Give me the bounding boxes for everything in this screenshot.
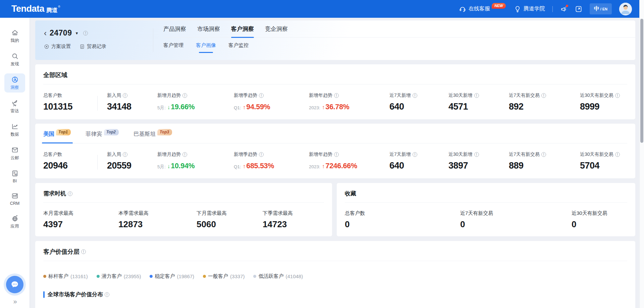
stat-value: 0 [572, 219, 627, 230]
info-icon[interactable] [615, 93, 620, 98]
country-stats: 总客户数 20946 新入局 20559 新增月趋势 5月:↓10.94% 新增… [43, 151, 627, 171]
trend-period: 2023: [309, 164, 320, 169]
all-regions-card: 全部区域 总客户数 101315 新入局 34148 新增月趋势 5月:↓19.… [35, 64, 635, 119]
sidebar-item-radar[interactable]: 雷达 [4, 97, 25, 116]
sidebar-item-bi[interactable]: BI BI [4, 167, 25, 185]
scrollbar-thumb[interactable] [640, 19, 643, 143]
info-icon[interactable] [615, 152, 620, 157]
back-chevron-icon[interactable]: ‹ [44, 30, 47, 37]
sidebar-item-data[interactable]: 数据 [4, 120, 25, 139]
info-icon[interactable] [105, 292, 109, 297]
stat-label: 近7天新增 [389, 93, 411, 99]
country-tab-philippines[interactable]: 菲律宾 Top2 [86, 130, 119, 138]
info-icon[interactable] [182, 93, 187, 98]
legend-item-low-activity[interactable]: 低活跃客户 (41048) [253, 273, 303, 280]
top2-badge: Top2 [104, 129, 119, 135]
stat-trades-7d: 近7天有新交易 892 [509, 93, 580, 112]
logo-cn: 腾道 [46, 6, 58, 14]
info-icon[interactable] [83, 31, 88, 36]
sidebar-item-crm[interactable]: CRM [4, 190, 25, 208]
subtab-customer-management[interactable]: 客户管理 [163, 42, 183, 49]
legend-item-potential[interactable]: 潜力客户 (23955) [97, 273, 141, 280]
plan-id-dropdown[interactable]: 24709 [50, 28, 72, 38]
sidebar-collapse-button[interactable]: » [13, 298, 16, 305]
info-icon[interactable] [123, 93, 127, 98]
country-tab-pakistan[interactable]: 巴基斯坦 Top3 [133, 130, 172, 138]
apps-globe-icon [11, 214, 19, 222]
stat-value: 640 [389, 102, 448, 112]
global-distribution-header: 全球市场客户价值分布 [43, 291, 627, 298]
stat-quarterly-trend: 新增季趋势 Q1:↑94.59% [234, 93, 309, 112]
user-avatar[interactable] [619, 3, 632, 15]
sidebar-item-insight[interactable]: 洞察 [4, 73, 25, 93]
info-icon[interactable] [182, 152, 187, 157]
country-tab-usa[interactable]: 美国 Top1 [43, 130, 71, 138]
sidebar-item-apps[interactable]: 应用 [4, 212, 25, 231]
info-icon[interactable] [259, 152, 264, 157]
info-icon[interactable] [413, 93, 417, 98]
announcement-icon[interactable] [560, 5, 568, 13]
stat-value: 889 [509, 161, 580, 171]
subtab-customer-monitor[interactable]: 客户监控 [228, 42, 249, 49]
info-icon[interactable] [474, 152, 479, 157]
logo[interactable]: Tendata 腾道 ® [11, 4, 60, 14]
tab-product-insight[interactable]: 产品洞察 [163, 25, 186, 33]
sidebar-item-label: CRM [10, 201, 19, 206]
stat-label: 近30天新增 [448, 93, 473, 99]
stat-label: 本季需求最高 [118, 210, 197, 217]
plan-settings-link[interactable]: 方案设置 [44, 43, 71, 50]
page-scrollbar-track[interactable] [639, 0, 644, 308]
legend-item-stable[interactable]: 稳定客户 (19867) [150, 273, 194, 280]
sidebar-item-mine[interactable]: 我的 [4, 26, 25, 46]
caret-down-icon[interactable]: ▼ [75, 31, 78, 35]
stat-label: 近30天有新交易 [580, 151, 613, 158]
language-toggle[interactable]: 中 / EN [590, 3, 612, 14]
chat-support-button[interactable] [6, 276, 23, 293]
overview-stats: 总客户数 101315 新入局 34148 新增月趋势 5月:↓19.66% 新… [43, 93, 627, 112]
info-icon[interactable] [259, 93, 264, 98]
stat-value: 4397 [43, 219, 118, 230]
stat-value: 20946 [43, 161, 107, 171]
card-title: 需求时机 [43, 190, 66, 197]
accent-bar [43, 291, 45, 298]
divider [345, 202, 627, 203]
info-icon[interactable] [68, 191, 72, 196]
info-icon[interactable] [123, 152, 127, 157]
academy-link[interactable]: 腾道学院 [514, 5, 545, 13]
info-icon[interactable] [474, 93, 479, 98]
divider [43, 84, 627, 84]
stat-value: 4571 [448, 102, 509, 112]
topbar-divider [552, 6, 553, 12]
trade-records-link[interactable]: 贸易记录 [79, 43, 106, 50]
stat-value: 20559 [107, 161, 157, 171]
sidebar-item-mail[interactable]: 云邮 [4, 144, 25, 163]
plan-header-left: ‹ 24709 ▼ 方案设置 贸易记录 [35, 20, 153, 60]
tab-customer-insight[interactable]: 客户洞察 [231, 25, 254, 33]
stat-value: 640 [389, 161, 448, 171]
fullscreen-icon[interactable] [575, 5, 582, 13]
info-icon[interactable] [541, 93, 546, 98]
info-icon[interactable] [334, 93, 339, 98]
stat-label: 近7天新增 [389, 151, 411, 158]
stat-next-quarter-peak: 下季需求最高 14723 [263, 210, 324, 230]
sidebar-item-discover[interactable]: 发现 [4, 50, 25, 69]
tier-legend: 标杆客户 (13161) 潜力客户 (23955) 稳定客户 (19867) 一… [43, 273, 627, 280]
info-icon[interactable] [541, 152, 546, 157]
stat-value: 101315 [43, 102, 107, 112]
info-icon[interactable] [334, 152, 339, 157]
online-service-link[interactable]: 在线客服 NEW [459, 5, 506, 13]
subtab-customer-portrait[interactable]: 客户画像 [196, 42, 216, 49]
stat-total-customers: 总客户数 101315 [43, 93, 107, 112]
info-icon[interactable] [81, 249, 86, 254]
info-icon[interactable] [413, 152, 417, 157]
crm-icon [11, 192, 19, 200]
tab-competitor-insight[interactable]: 竞企洞察 [265, 25, 288, 33]
legend-item-benchmark[interactable]: 标杆客户 (13161) [43, 273, 88, 280]
stat-label: 近30天有新交易 [572, 210, 627, 217]
stat-label: 新入局 [107, 93, 121, 99]
arrow-up-icon: ↑ [322, 163, 325, 170]
sidebar-item-label: 数据 [11, 132, 19, 137]
tab-market-insight[interactable]: 市场洞察 [197, 25, 220, 33]
stat-label: 近7天有新交易 [460, 210, 572, 217]
legend-item-general[interactable]: 一般客户 (3337) [203, 273, 245, 280]
